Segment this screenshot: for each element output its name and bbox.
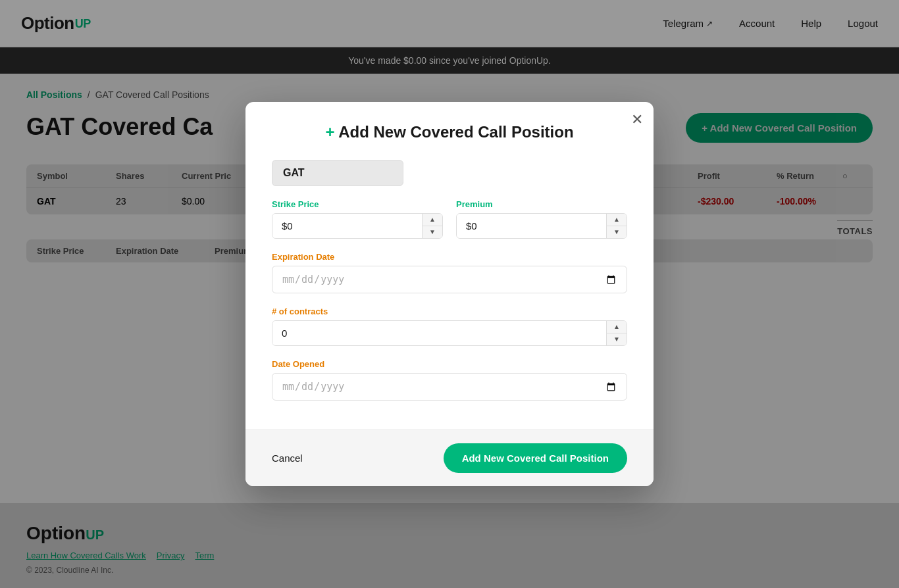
modal-title-plus: +: [325, 123, 334, 141]
premium-input-wrapper: ▲ ▼: [456, 213, 627, 239]
date-opened-label: Date Opened: [272, 359, 627, 369]
contracts-group: # of contracts ▲ ▼: [272, 306, 627, 346]
modal-close-button[interactable]: ✕: [631, 112, 643, 127]
premium-group: Premium ▲ ▼: [456, 199, 627, 239]
strike-price-up-button[interactable]: ▲: [423, 214, 442, 226]
modal: ✕ + Add New Covered Call Position Strike…: [245, 102, 654, 486]
expiration-date-group: Expiration Date: [272, 252, 627, 293]
ticker-input[interactable]: [272, 160, 403, 186]
modal-body: + Add New Covered Call Position Strike P…: [245, 102, 654, 429]
contracts-label: # of contracts: [272, 306, 627, 316]
strike-premium-row: Strike Price ▲ ▼ Premium ▲: [272, 199, 627, 239]
strike-price-input[interactable]: [272, 214, 422, 238]
strike-price-down-button[interactable]: ▼: [423, 226, 442, 238]
contracts-down-button[interactable]: ▼: [607, 333, 627, 345]
modal-footer: Cancel Add New Covered Call Position: [245, 429, 654, 486]
strike-price-input-wrapper: ▲ ▼: [272, 213, 443, 239]
modal-title-main: Add New Covered Call Position: [338, 123, 573, 141]
modal-overlay: ✕ + Add New Covered Call Position Strike…: [0, 0, 899, 588]
submit-button[interactable]: Add New Covered Call Position: [444, 443, 627, 473]
contracts-up-button[interactable]: ▲: [607, 321, 627, 333]
contracts-input[interactable]: [272, 321, 606, 345]
premium-label: Premium: [456, 199, 627, 209]
expiration-date-input[interactable]: [272, 266, 627, 293]
modal-title: + Add New Covered Call Position: [272, 123, 627, 141]
expiration-date-label: Expiration Date: [272, 252, 627, 262]
strike-price-group: Strike Price ▲ ▼: [272, 199, 443, 239]
date-opened-input[interactable]: [272, 373, 627, 401]
date-opened-group: Date Opened: [272, 359, 627, 401]
premium-up-button[interactable]: ▲: [607, 214, 627, 226]
premium-down-button[interactable]: ▼: [607, 226, 627, 238]
premium-input[interactable]: [457, 214, 606, 238]
contracts-input-wrapper: ▲ ▼: [272, 320, 627, 346]
cancel-button[interactable]: Cancel: [272, 453, 303, 464]
strike-price-label: Strike Price: [272, 199, 443, 209]
